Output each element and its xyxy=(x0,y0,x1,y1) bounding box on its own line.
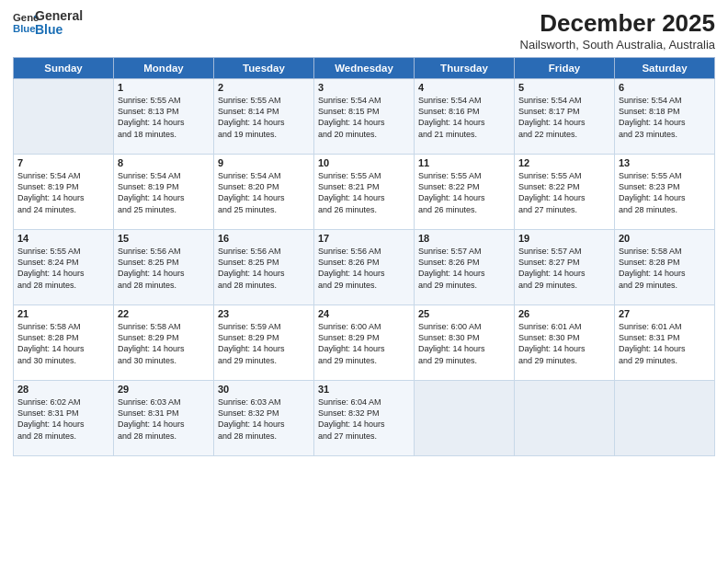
day-number: 8 xyxy=(118,157,210,168)
calendar-cell: 23Sunrise: 5:59 AMSunset: 8:29 PMDayligh… xyxy=(214,305,314,381)
day-number: 10 xyxy=(318,157,410,168)
header: General Blue General Blue December 2025 … xyxy=(13,9,715,52)
day-number: 16 xyxy=(218,233,310,244)
day-number: 18 xyxy=(418,233,510,244)
day-header-monday: Monday xyxy=(114,58,214,79)
cell-content: Sunrise: 5:55 AMSunset: 8:22 PMDaylight:… xyxy=(518,170,610,215)
calendar-cell: 12Sunrise: 5:55 AMSunset: 8:22 PMDayligh… xyxy=(515,155,615,230)
day-number: 4 xyxy=(418,82,510,93)
cell-content: Sunrise: 5:55 AMSunset: 8:22 PMDaylight:… xyxy=(418,170,510,215)
calendar-cell: 24Sunrise: 6:00 AMSunset: 8:29 PMDayligh… xyxy=(314,305,415,381)
day-number: 23 xyxy=(218,308,310,319)
calendar-cell: 20Sunrise: 5:58 AMSunset: 8:28 PMDayligh… xyxy=(615,230,715,305)
logo-blue: Blue xyxy=(35,23,83,37)
day-number: 3 xyxy=(318,82,410,93)
cell-content: Sunrise: 5:58 AMSunset: 8:28 PMDaylight:… xyxy=(17,321,109,366)
logo-general: General xyxy=(35,9,83,23)
day-number: 1 xyxy=(118,82,210,93)
cell-content: Sunrise: 5:57 AMSunset: 8:27 PMDaylight:… xyxy=(518,246,610,291)
calendar-cell: 13Sunrise: 5:55 AMSunset: 8:23 PMDayligh… xyxy=(615,155,715,230)
day-number: 15 xyxy=(118,233,210,244)
day-number: 20 xyxy=(619,233,711,244)
calendar-cell: 9Sunrise: 5:54 AMSunset: 8:20 PMDaylight… xyxy=(214,155,314,230)
calendar-week-1: 1Sunrise: 5:55 AMSunset: 8:13 PMDaylight… xyxy=(14,79,715,155)
calendar-cell: 22Sunrise: 5:58 AMSunset: 8:29 PMDayligh… xyxy=(114,305,214,381)
day-number: 17 xyxy=(318,233,410,244)
calendar-cell: 11Sunrise: 5:55 AMSunset: 8:22 PMDayligh… xyxy=(415,155,515,230)
day-number: 29 xyxy=(118,384,210,395)
calendar-subtitle: Nailsworth, South Australia, Australia xyxy=(520,38,715,52)
cell-content: Sunrise: 6:02 AMSunset: 8:31 PMDaylight:… xyxy=(17,396,109,442)
calendar-cell xyxy=(14,79,114,155)
cell-content: Sunrise: 5:59 AMSunset: 8:29 PMDaylight:… xyxy=(218,321,310,366)
title-block: December 2025 Nailsworth, South Australi… xyxy=(520,9,715,52)
calendar-cell: 8Sunrise: 5:54 AMSunset: 8:19 PMDaylight… xyxy=(114,155,214,230)
calendar-cell: 28Sunrise: 6:02 AMSunset: 8:31 PMDayligh… xyxy=(14,381,114,456)
cell-content: Sunrise: 5:55 AMSunset: 8:24 PMDaylight:… xyxy=(17,246,109,291)
day-number: 6 xyxy=(619,82,711,93)
day-number: 27 xyxy=(619,308,711,319)
day-header-tuesday: Tuesday xyxy=(214,58,314,79)
day-number: 14 xyxy=(17,233,109,244)
cell-content: Sunrise: 5:55 AMSunset: 8:13 PMDaylight:… xyxy=(118,95,210,140)
cell-content: Sunrise: 6:00 AMSunset: 8:30 PMDaylight:… xyxy=(418,321,510,366)
day-number: 28 xyxy=(17,384,109,395)
cell-content: Sunrise: 5:55 AMSunset: 8:23 PMDaylight:… xyxy=(619,170,711,215)
calendar-cell: 3Sunrise: 5:54 AMSunset: 8:15 PMDaylight… xyxy=(314,79,415,155)
day-number: 5 xyxy=(518,82,610,93)
calendar-cell: 25Sunrise: 6:00 AMSunset: 8:30 PMDayligh… xyxy=(415,305,515,381)
cell-content: Sunrise: 5:54 AMSunset: 8:17 PMDaylight:… xyxy=(518,95,610,140)
calendar-cell: 7Sunrise: 5:54 AMSunset: 8:19 PMDaylight… xyxy=(14,155,114,230)
day-header-thursday: Thursday xyxy=(415,58,515,79)
day-number: 13 xyxy=(619,157,711,168)
calendar-cell: 21Sunrise: 5:58 AMSunset: 8:28 PMDayligh… xyxy=(14,305,114,381)
cell-content: Sunrise: 6:04 AMSunset: 8:32 PMDaylight:… xyxy=(318,396,410,442)
calendar-cell: 26Sunrise: 6:01 AMSunset: 8:30 PMDayligh… xyxy=(515,305,615,381)
cell-content: Sunrise: 5:54 AMSunset: 8:20 PMDaylight:… xyxy=(218,170,310,215)
day-number: 26 xyxy=(518,308,610,319)
cell-content: Sunrise: 5:54 AMSunset: 8:19 PMDaylight:… xyxy=(17,170,109,215)
svg-text:Blue: Blue xyxy=(13,23,36,34)
cell-content: Sunrise: 5:55 AMSunset: 8:21 PMDaylight:… xyxy=(318,170,410,215)
calendar-week-5: 28Sunrise: 6:02 AMSunset: 8:31 PMDayligh… xyxy=(14,381,715,456)
calendar-week-3: 14Sunrise: 5:55 AMSunset: 8:24 PMDayligh… xyxy=(14,230,715,305)
calendar-cell xyxy=(415,381,515,456)
calendar-cell: 6Sunrise: 5:54 AMSunset: 8:18 PMDaylight… xyxy=(615,79,715,155)
calendar-cell: 17Sunrise: 5:56 AMSunset: 8:26 PMDayligh… xyxy=(314,230,415,305)
cell-content: Sunrise: 6:01 AMSunset: 8:30 PMDaylight:… xyxy=(518,321,610,366)
cell-content: Sunrise: 6:03 AMSunset: 8:31 PMDaylight:… xyxy=(118,396,210,442)
calendar-cell: 27Sunrise: 6:01 AMSunset: 8:31 PMDayligh… xyxy=(615,305,715,381)
cell-content: Sunrise: 5:54 AMSunset: 8:18 PMDaylight:… xyxy=(619,95,711,140)
day-number: 9 xyxy=(218,157,310,168)
calendar-cell xyxy=(615,381,715,456)
calendar-cell: 30Sunrise: 6:03 AMSunset: 8:32 PMDayligh… xyxy=(214,381,314,456)
calendar-table: SundayMondayTuesdayWednesdayThursdayFrid… xyxy=(13,57,715,456)
day-header-saturday: Saturday xyxy=(615,58,715,79)
cell-content: Sunrise: 5:54 AMSunset: 8:15 PMDaylight:… xyxy=(318,95,410,140)
cell-content: Sunrise: 5:58 AMSunset: 8:29 PMDaylight:… xyxy=(118,321,210,366)
cell-content: Sunrise: 6:01 AMSunset: 8:31 PMDaylight:… xyxy=(619,321,711,366)
day-header-friday: Friday xyxy=(515,58,615,79)
day-header-sunday: Sunday xyxy=(14,58,114,79)
calendar-cell: 4Sunrise: 5:54 AMSunset: 8:16 PMDaylight… xyxy=(415,79,515,155)
day-number: 31 xyxy=(318,384,410,395)
day-number: 7 xyxy=(17,157,109,168)
calendar-cell: 5Sunrise: 5:54 AMSunset: 8:17 PMDaylight… xyxy=(515,79,615,155)
cell-content: Sunrise: 6:03 AMSunset: 8:32 PMDaylight:… xyxy=(218,396,310,442)
day-number: 24 xyxy=(318,308,410,319)
calendar-cell: 15Sunrise: 5:56 AMSunset: 8:25 PMDayligh… xyxy=(114,230,214,305)
calendar-title: December 2025 xyxy=(520,9,715,38)
day-number: 30 xyxy=(218,384,310,395)
calendar-cell: 19Sunrise: 5:57 AMSunset: 8:27 PMDayligh… xyxy=(515,230,615,305)
cell-content: Sunrise: 5:56 AMSunset: 8:25 PMDaylight:… xyxy=(218,246,310,291)
cell-content: Sunrise: 6:00 AMSunset: 8:29 PMDaylight:… xyxy=(318,321,410,366)
day-number: 12 xyxy=(518,157,610,168)
calendar-cell: 2Sunrise: 5:55 AMSunset: 8:14 PMDaylight… xyxy=(214,79,314,155)
day-number: 21 xyxy=(17,308,109,319)
calendar-cell xyxy=(515,381,615,456)
page: General Blue General Blue December 2025 … xyxy=(0,0,728,563)
calendar-cell: 18Sunrise: 5:57 AMSunset: 8:26 PMDayligh… xyxy=(415,230,515,305)
calendar-cell: 10Sunrise: 5:55 AMSunset: 8:21 PMDayligh… xyxy=(314,155,415,230)
day-number: 22 xyxy=(118,308,210,319)
calendar-cell: 29Sunrise: 6:03 AMSunset: 8:31 PMDayligh… xyxy=(114,381,214,456)
